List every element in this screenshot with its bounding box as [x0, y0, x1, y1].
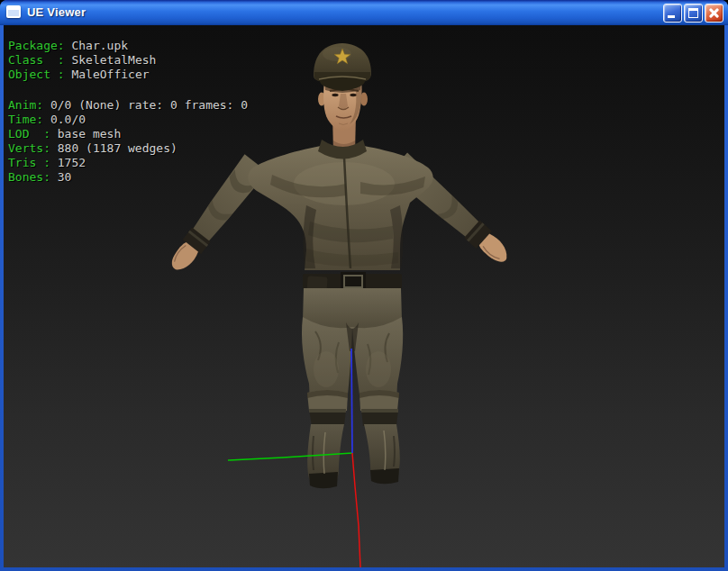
info-line: Bones:30: [8, 170, 248, 185]
object-info-overlay: Package:Char.upk Class :SkeletalMesh Obj…: [8, 39, 156, 82]
3d-viewport[interactable]: Package:Char.upk Class :SkeletalMesh Obj…: [4, 25, 724, 567]
info-value: 30: [58, 170, 72, 184]
minimize-icon: [668, 15, 675, 18]
info-label: Verts:: [8, 141, 50, 155]
info-line: Class :SkeletalMesh: [8, 53, 156, 68]
info-line: Tris :1752: [8, 156, 248, 170]
info-line: Verts:880 (1187 wedges): [8, 141, 248, 156]
mesh-info-overlay: Anim:0/0 (None) rate: 0 frames: 0 Time:0…: [8, 98, 248, 185]
info-label: Anim:: [8, 98, 43, 112]
close-icon: [705, 5, 723, 22]
info-label: Package:: [8, 39, 65, 52]
titlebar[interactable]: UE Viewer: [0, 0, 728, 25]
info-value: 0.0/0: [50, 113, 86, 126]
info-label: Object :: [8, 68, 65, 81]
info-value: 1752: [58, 156, 86, 169]
minimize-button[interactable]: [663, 4, 682, 23]
info-line: Object :MaleOfficer: [8, 68, 156, 82]
info-line: Time:0.0/0: [8, 113, 248, 127]
z-axis-blue: [351, 349, 352, 453]
info-value: base mesh: [58, 127, 121, 140]
info-label: Bones:: [8, 170, 50, 184]
x-axis-red: [352, 453, 360, 567]
info-value: SkeletalMesh: [71, 53, 156, 67]
info-label: LOD :: [8, 127, 50, 140]
window-controls: [663, 4, 723, 23]
ue-viewer-window: UE Viewer: [0, 0, 728, 571]
info-value: MaleOfficer: [71, 68, 149, 81]
info-label: Time:: [8, 113, 43, 126]
maximize-icon: [688, 8, 698, 18]
close-button[interactable]: [705, 4, 723, 23]
window-title: UE Viewer: [27, 5, 86, 19]
info-line: Anim:0/0 (None) rate: 0 frames: 0: [8, 98, 248, 113]
info-value: 880 (1187 wedges): [58, 141, 177, 155]
info-line: Package:Char.upk: [8, 39, 156, 53]
info-label: Tris :: [8, 156, 50, 169]
window-icon: [6, 5, 21, 18]
info-line: LOD :base mesh: [8, 127, 248, 141]
info-value: Char.upk: [71, 39, 128, 52]
info-label: Class :: [8, 53, 65, 67]
info-value: 0/0 (None) rate: 0 frames: 0: [50, 98, 248, 112]
maximize-button[interactable]: [684, 4, 703, 23]
